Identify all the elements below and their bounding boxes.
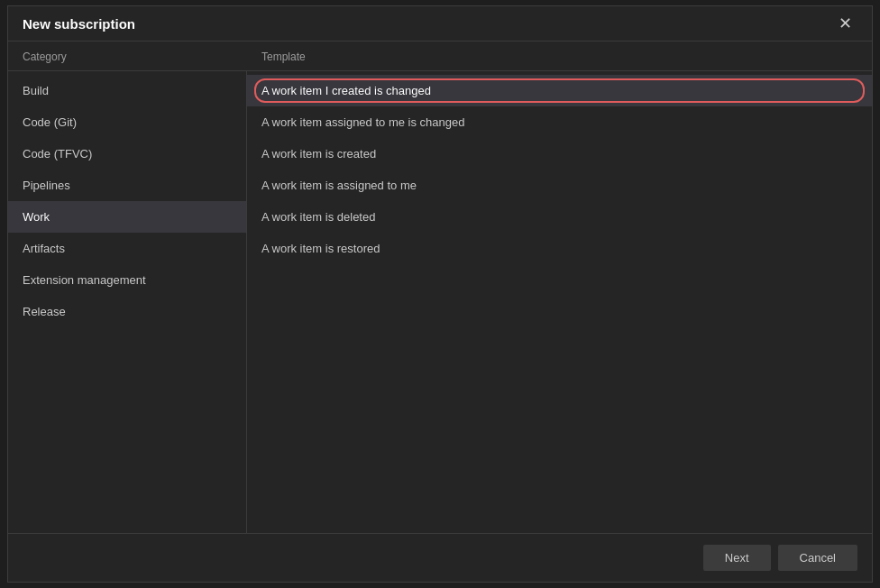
category-item-pipelines[interactable]: Pipelines: [8, 170, 246, 201]
category-list: BuildCode (Git)Code (TFVC)PipelinesWorkA…: [8, 71, 247, 533]
close-button[interactable]: ✕: [833, 14, 857, 33]
category-label: Category: [8, 47, 247, 67]
category-item-release[interactable]: Release: [8, 296, 246, 327]
next-button[interactable]: Next: [703, 545, 771, 571]
category-item-build[interactable]: Build: [8, 75, 246, 106]
cancel-button[interactable]: Cancel: [778, 545, 857, 571]
template-list: A work item I created is changedA work i…: [247, 71, 872, 533]
template-item-work-item-assigned-to-me[interactable]: A work item is assigned to me: [247, 170, 872, 201]
category-item-artifacts[interactable]: Artifacts: [8, 233, 246, 264]
dialog-header: New subscription ✕: [8, 6, 872, 41]
category-item-code-git[interactable]: Code (Git): [8, 106, 246, 138]
template-item-work-item-restored[interactable]: A work item is restored: [247, 233, 872, 264]
template-label: Template: [247, 47, 872, 67]
template-item-work-item-created-changed[interactable]: A work item I created is changed: [247, 75, 872, 106]
template-item-work-item-deleted[interactable]: A work item is deleted: [247, 201, 872, 233]
template-item-work-item-assigned-changed[interactable]: A work item assigned to me is changed: [247, 106, 872, 138]
category-item-work[interactable]: Work: [8, 201, 246, 233]
dialog-body: BuildCode (Git)Code (TFVC)PipelinesWorkA…: [8, 71, 872, 533]
template-item-work-item-created[interactable]: A work item is created: [247, 138, 872, 170]
new-subscription-dialog: New subscription ✕ Category Template Bui…: [7, 5, 873, 583]
dialog-title: New subscription: [23, 16, 135, 32]
category-item-code-tfvc[interactable]: Code (TFVC): [8, 138, 246, 170]
dialog-footer: Next Cancel: [8, 533, 872, 582]
column-labels: Category Template: [8, 41, 872, 71]
category-item-extension-management[interactable]: Extension management: [8, 264, 246, 296]
